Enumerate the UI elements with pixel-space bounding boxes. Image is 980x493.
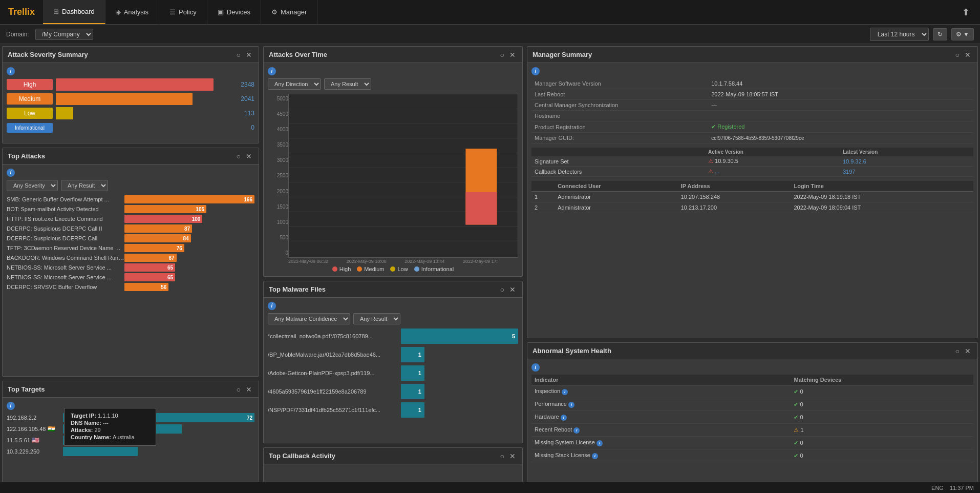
sig-active: ⚠ 10.9.30.5 [705,156,840,167]
mgr-row-guid: Manager GUID: ccf97f06-7586-4b59-8359-53… [531,133,973,143]
app-logo: Trellix [0,7,43,17]
attack-label: HTTP: IIS root.exe Execute Command [7,216,124,222]
connected-ip: 10.213.17.200 [678,202,791,213]
time-range-select[interactable]: Last 12 hours [870,28,929,41]
malware-label: /4605a593579619e1ff22159e8a206789 [268,388,401,395]
attack-bar: 67 [124,254,254,262]
severity-label-high: High [7,79,53,90]
top-attacks-minimize[interactable]: ○ [235,152,242,160]
top-attacks-info-icon: i [7,169,15,177]
attack-severity-close[interactable]: ✕ [244,51,253,59]
malware-label: /NSP/PDF/7331df41dfb25c55271c1f111efc... [268,407,401,413]
top-targets-info-icon: i [7,402,15,410]
result-filter[interactable]: Any Result [61,180,108,191]
tab-analysis[interactable]: ◈ Analysis [105,0,159,24]
aot-result-filter[interactable]: Any Result [324,78,371,90]
top-attacks-controls: ○ ✕ [235,152,253,160]
svg-rect-11 [465,192,497,225]
left-column: Attack Severity Summary ○ ✕ i High 2348 [0,44,261,493]
manager-summary-title: Manager Summary [532,51,592,58]
attack-bar: 87 [124,224,254,233]
sig-error-icon: ⚠ [708,158,713,164]
top-malware-body: i Any Malware Confidence Any Result *col… [264,298,522,443]
top-malware-info: i [268,302,276,310]
attack-bar: 56 [124,283,254,291]
attack-row: NETBIOS-SS: Microsoft Server Service ...… [7,263,254,272]
mgr-row-reboot: Last Reboot 2022-May-09 18:05:57 IST [531,89,973,100]
severity-count-high[interactable]: 2348 [234,81,254,88]
attacks-over-time-body: i Any Direction Any Result 5000 4500 [264,63,522,276]
chart-container: 5000 4500 4000 3500 3000 2500 2000 1500 … [268,94,518,258]
attack-row: DCERPC: Suspicious DCERPC Call 84 [7,234,254,242]
connected-num: 1 [531,192,555,202]
direction-filter[interactable]: Any Direction [268,78,321,90]
callback-error-icon: ⚠ [708,168,713,174]
settings-button[interactable]: ⚙ ▼ [951,28,974,40]
abnormal-health-minimize[interactable]: ○ [954,347,961,355]
manager-summary-close[interactable]: ✕ [963,51,972,59]
health-value: ✔ 0 [791,385,973,398]
health-col-devices: Matching Devices [791,375,973,385]
top-callback-minimize[interactable]: ○ [499,452,506,460]
attack-label: SMB: Generic Buffer Overflow Attempt ... [7,196,124,202]
top-targets-body: i 192.168.2.2 72 122.166.105.48 🇮🇳 11.5.… [3,398,259,490]
severity-label-info: Informational [7,123,53,133]
health-row-performance: Performance i ✔ 0 [531,398,973,411]
health-row-stack-license: Missing Stack License i ✔ 0 [531,449,973,462]
attacks-over-time-close[interactable]: ✕ [508,51,517,59]
tab-policy[interactable]: ☰ Policy [159,0,207,24]
malware-result-filter[interactable]: Any Result [353,313,400,324]
chart-y-axis: 5000 4500 4000 3500 3000 2500 2000 1500 … [268,94,288,258]
target-ip: 122.166.105.48 🇮🇳 [7,425,63,433]
abnormal-health-close[interactable]: ✕ [963,347,972,355]
top-attacks-close[interactable]: ✕ [244,152,253,160]
attack-severity-header: Attack Severity Summary ○ ✕ [3,47,259,63]
severity-count-low[interactable]: 113 [234,110,254,117]
health-header-row: Indicator Matching Devices [531,375,973,385]
sig-row-callback: Callback Detectors ⚠ ... 3197 [531,167,973,177]
refresh-button[interactable]: ↻ [933,28,947,40]
tab-dashboard[interactable]: ⊞ Dashboard [43,0,105,24]
manager-summary-controls: ○ ✕ [954,51,972,59]
top-malware-minimize[interactable]: ○ [499,285,506,294]
severity-filter[interactable]: Any Severity [7,180,58,191]
malware-row: /BP_MobleMalware.jar/012ca7db8d5bae46...… [268,347,518,362]
connected-ip: 10.207.158.248 [678,192,791,202]
severity-count-medium[interactable]: 2041 [234,95,254,102]
mgr-label: Manager Software Version [531,78,708,89]
chart-x-axis: 2022-May-09 06:32 2022-May-09 10:08 2022… [268,258,518,264]
severity-bar-low [56,107,231,119]
target-bar [63,447,254,456]
manager-summary-info: i [531,67,540,75]
tab-devices[interactable]: ▣ Devices [207,0,261,24]
legend-low: Low [390,266,408,272]
attack-bar: 166 [124,195,254,203]
domain-select[interactable]: /My Company [35,29,93,40]
tab-manager[interactable]: ⚙ Manager [261,0,317,24]
connected-time: 2022-May-09 18:09:04 IST [791,202,973,213]
mgr-label: Central Manager Synchronization [531,100,708,111]
manager-summary-minimize[interactable]: ○ [954,51,961,59]
health-row-inspection: Inspection i ✔ 0 [531,385,973,398]
attack-label: BOT: Spam-mailbot Activity Detected [7,206,124,212]
attack-label: BACKDOOR: Windows Command Shell Running [7,255,124,261]
target-ip: 192.168.2.2 [7,415,63,421]
attack-label: DCERPC: Suspicious DCERPC Call [7,235,124,241]
health-table: Indicator Matching Devices Inspection i … [531,375,973,462]
connected-col-num [531,181,555,192]
attacks-over-time-minimize[interactable]: ○ [499,51,506,59]
malware-confidence-filter[interactable]: Any Malware Confidence [268,313,350,324]
top-callback-header: Top Callback Activity ○ ✕ [264,448,522,464]
mgr-value: --- [708,100,973,111]
health-value: ✔ 0 [791,398,973,411]
attack-severity-minimize[interactable]: ○ [235,51,242,59]
top-callback-close[interactable]: ✕ [508,452,517,460]
top-targets-close[interactable]: ✕ [244,385,253,394]
malware-row: /Adobe-Geticon-PlainPDF-xpsp3.pdf/119...… [268,365,518,381]
abnormal-health-panel: Abnormal System Health ○ ✕ i Indicator M… [527,342,978,491]
abnormal-health-title: Abnormal System Health [532,347,611,355]
sig-row-sigset: Signature Set ⚠ 10.9.30.5 10.9.32.6 [531,156,973,167]
top-malware-close[interactable]: ✕ [508,285,517,294]
export-icon: ⬆ [962,7,970,17]
top-targets-minimize[interactable]: ○ [235,385,242,394]
